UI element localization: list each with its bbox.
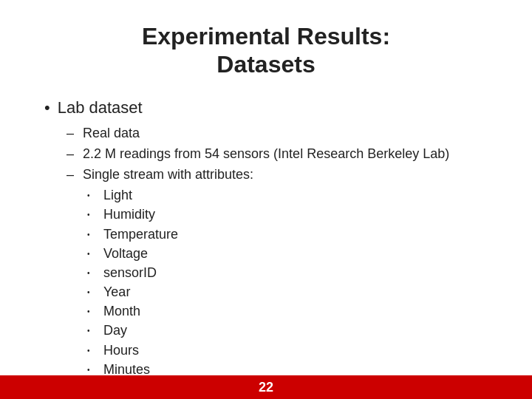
slide-content: • Lab dataset – Real data – 2.2 M readin… bbox=[44, 97, 488, 399]
nested-text-7: Day bbox=[103, 321, 127, 340]
nested-text-1: Humidity bbox=[103, 205, 155, 224]
dash-2: – bbox=[66, 166, 77, 184]
dash-item-2: – Single stream with attributes: bbox=[66, 166, 488, 184]
dash-0: – bbox=[66, 124, 77, 143]
main-bullet-text: Lab dataset bbox=[58, 97, 143, 120]
nested-dot-4: • bbox=[87, 268, 96, 279]
main-bullet-dot: • bbox=[44, 97, 50, 120]
sub-list: – Real data – 2.2 M readings from 54 sen… bbox=[66, 124, 488, 399]
nested-dot-8: • bbox=[87, 346, 96, 356]
nested-list: •Light•Humidity•Temperature•Voltage•sens… bbox=[87, 186, 488, 398]
nested-dot-1: • bbox=[87, 210, 96, 220]
nested-dot-9: • bbox=[87, 365, 96, 375]
nested-item-2: •Temperature bbox=[87, 225, 488, 244]
dash-text-2: Single stream with attributes: bbox=[83, 166, 253, 184]
nested-dot-6: • bbox=[87, 307, 96, 317]
nested-text-4: sensorID bbox=[103, 264, 157, 282]
nested-item-4: •sensorID bbox=[87, 264, 488, 282]
nested-text-8: Hours bbox=[103, 341, 139, 360]
nested-dot-3: • bbox=[87, 249, 96, 259]
footer-number: 22 bbox=[259, 380, 273, 395]
dash-item-1: – 2.2 M readings from 54 sensors (Intel … bbox=[66, 145, 488, 163]
nested-dot-7: • bbox=[87, 326, 96, 336]
nested-dot-0: • bbox=[87, 191, 96, 201]
nested-text-3: Voltage bbox=[103, 245, 148, 263]
nested-text-2: Temperature bbox=[103, 225, 178, 244]
title-line2: Datasets bbox=[216, 51, 315, 78]
nested-item-5: •Year bbox=[87, 283, 488, 301]
dash-text-1: 2.2 M readings from 54 sensors (Intel Re… bbox=[83, 145, 449, 163]
nested-text-0: Light bbox=[103, 186, 132, 205]
footer-bar: 22 bbox=[0, 375, 532, 399]
slide-title: Experimental Results: Datasets bbox=[44, 22, 488, 79]
dash-1: – bbox=[66, 145, 77, 163]
nested-item-6: •Month bbox=[87, 302, 488, 321]
nested-item-1: •Humidity bbox=[87, 205, 488, 224]
nested-item-3: •Voltage bbox=[87, 245, 488, 263]
nested-dot-2: • bbox=[87, 230, 96, 240]
main-bullet-item: • Lab dataset bbox=[44, 97, 488, 120]
nested-item-0: •Light bbox=[87, 186, 488, 205]
nested-text-6: Month bbox=[103, 302, 140, 321]
dash-item-0: – Real data bbox=[66, 124, 488, 143]
dash-text-0: Real data bbox=[83, 124, 140, 143]
title-line1: Experimental Results: bbox=[142, 23, 390, 50]
slide: Experimental Results: Datasets • Lab dat… bbox=[0, 0, 532, 399]
nested-text-5: Year bbox=[103, 283, 130, 301]
nested-dot-5: • bbox=[87, 287, 96, 298]
nested-item-8: •Hours bbox=[87, 341, 488, 360]
nested-item-7: •Day bbox=[87, 321, 488, 340]
